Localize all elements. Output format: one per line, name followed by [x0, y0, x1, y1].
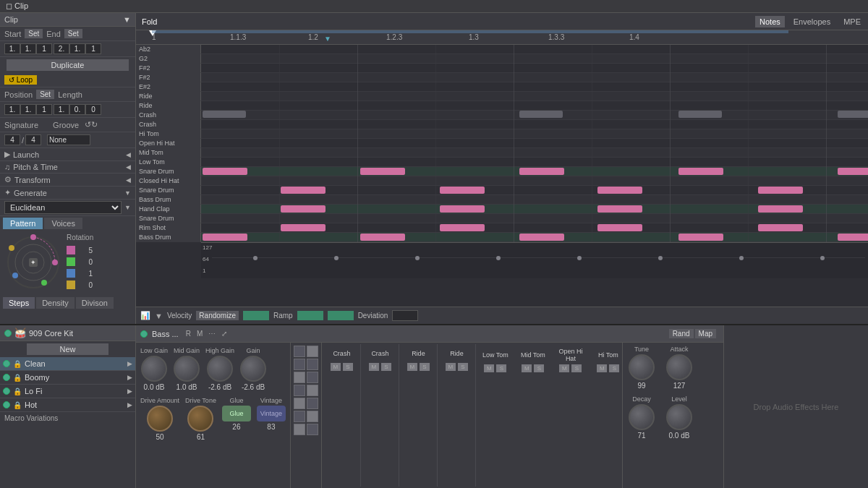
drum-pad-2-1[interactable] [307, 372, 318, 383]
sig-num[interactable] [4, 134, 20, 145]
transform-section[interactable]: ⚙ Transform ◀ [0, 174, 135, 187]
ch-m-midtom[interactable]: M [522, 364, 532, 372]
rack-item-clean[interactable]: 🔒 Clean ▶ [0, 357, 135, 371]
end-set-btn[interactable]: Set [64, 29, 82, 38]
rack-power-clean[interactable] [3, 360, 10, 367]
drum-pad-0-0[interactable] [294, 346, 305, 357]
effects-panel: Drop Audio Effects Here [723, 325, 868, 488]
drum-pad-5-1[interactable] [307, 411, 318, 422]
drum-pad-4-0[interactable] [294, 398, 305, 409]
ch-m-hitom[interactable]: M [597, 364, 607, 372]
rand-btn[interactable]: Rand [669, 329, 694, 338]
loop-btn[interactable]: ↺ Loop [4, 75, 37, 85]
pattern-tab[interactable]: Pattern [3, 218, 43, 229]
rack-item-boomy[interactable]: 🔒 Boomy ▶ [0, 371, 135, 385]
end-input3[interactable] [85, 43, 101, 54]
pos-input2[interactable] [20, 104, 36, 115]
drum-pad-5-0[interactable] [294, 411, 305, 422]
sig-den[interactable] [25, 134, 41, 145]
fold-tab[interactable]: Fold [139, 17, 160, 26]
rack-power-hot[interactable] [3, 401, 10, 408]
euclidean-arrow: ▼ [124, 204, 131, 211]
rack-item-lofi[interactable]: 🔒 Lo Fi ▶ [0, 385, 135, 398]
map-btn[interactable]: Map [695, 329, 716, 338]
rack-power-boomy[interactable] [3, 374, 10, 381]
len-input3[interactable] [85, 104, 101, 115]
start-set-btn[interactable]: Set [25, 29, 43, 38]
ch-m-ride2[interactable]: M [446, 363, 456, 371]
velocity-area: 127 64 1 [201, 242, 868, 278]
len-input2[interactable] [69, 104, 85, 115]
drum-pad-4-1[interactable] [307, 398, 318, 409]
ch-s-crash2[interactable]: S [381, 363, 391, 371]
left-panel: Clip ▼ Start Set End Set Duplicate ↺ Loo… [0, 13, 136, 324]
inst-power[interactable] [140, 330, 148, 338]
deviation-input[interactable]: 0 [392, 310, 418, 321]
note-snare-3 [519, 168, 564, 175]
start-input3[interactable] [36, 43, 52, 54]
pos-input1[interactable] [4, 104, 20, 115]
drum-pad-6-0[interactable] [294, 424, 305, 435]
ch-m-crash1[interactable]: M [331, 363, 341, 371]
gridline-0 [279, 45, 280, 242]
vintage-control[interactable]: Vintage [257, 406, 286, 421]
drum-pad-0-1[interactable] [307, 346, 318, 357]
pad-row-2 [294, 372, 318, 383]
low-gain-control[interactable] [141, 356, 167, 382]
mpe-tab[interactable]: MPE [839, 16, 865, 27]
duplicate-btn[interactable]: Duplicate [7, 59, 128, 71]
steps-tab[interactable]: Steps [3, 297, 35, 309]
level-control[interactable] [666, 404, 692, 430]
mid-gain-control[interactable] [174, 356, 200, 382]
ch-m-crash2[interactable]: M [369, 363, 379, 371]
ch-s-lowtom[interactable]: S [496, 364, 506, 372]
ch-s-ohihat[interactable]: S [571, 364, 582, 372]
attack-control[interactable] [666, 354, 692, 380]
euclidean-select[interactable]: Euclidean [4, 201, 122, 214]
drive-tone-control[interactable] [187, 406, 213, 432]
groove-input[interactable] [47, 134, 90, 145]
velocity-input[interactable]: 100 [243, 311, 269, 320]
drum-pad-3-0[interactable] [294, 385, 305, 396]
randomize-btn[interactable]: Randomize [196, 311, 239, 320]
ch-s-ride1[interactable]: S [420, 363, 430, 371]
glue-control[interactable]: Glue [222, 406, 251, 421]
drum-pad-2-0[interactable] [294, 372, 305, 383]
drum-pad-1-0[interactable] [294, 359, 305, 370]
pos-set-btn[interactable]: Set [36, 90, 54, 99]
envelopes-tab[interactable]: Envelopes [789, 16, 835, 27]
ramp-input1[interactable]: 100 [297, 311, 323, 320]
end-input2[interactable] [69, 43, 85, 54]
division-tab[interactable]: Divison [76, 297, 114, 309]
drum-pad-6-1[interactable] [307, 424, 318, 435]
rack-item-hot[interactable]: 🔒 Hot ▶ [0, 398, 135, 412]
len-input1[interactable] [54, 104, 69, 115]
notes-tab[interactable]: Notes [755, 16, 785, 27]
gain-control[interactable] [240, 356, 266, 382]
ch-m-ohihat[interactable]: M [559, 364, 569, 372]
density-tab[interactable]: Density [36, 297, 75, 309]
high-gain-control[interactable] [207, 356, 233, 382]
rack-power-btn[interactable] [4, 330, 12, 337]
ch-s-ride2[interactable]: S [458, 363, 468, 371]
pos-input3[interactable] [36, 104, 52, 115]
voices-tab[interactable]: Voices [44, 218, 82, 229]
pitch-time-section[interactable]: ♫ Pitch & Time ◀ [0, 161, 135, 174]
rack-power-lofi[interactable] [3, 388, 10, 395]
start-input[interactable] [4, 43, 20, 54]
decay-control[interactable] [629, 404, 655, 430]
rack-new-btn[interactable]: New [27, 343, 108, 355]
start-input2[interactable] [20, 43, 36, 54]
ramp-input2[interactable]: 100 [328, 311, 354, 320]
ch-m-ride1[interactable]: M [407, 363, 417, 371]
drum-pad-1-1[interactable] [307, 359, 318, 370]
ch-s-midtom[interactable]: S [534, 364, 544, 372]
tune-control[interactable] [629, 354, 655, 380]
ch-s-crash1[interactable]: S [343, 363, 353, 371]
drive-amt-control[interactable] [147, 406, 173, 432]
launch-section[interactable]: ▶ Launch ◀ [0, 148, 135, 161]
end-input[interactable] [54, 43, 69, 54]
ch-m-lowtom[interactable]: M [484, 364, 494, 372]
ch-s-hitom[interactable]: S [609, 364, 619, 372]
drum-pad-3-1[interactable] [307, 385, 318, 396]
